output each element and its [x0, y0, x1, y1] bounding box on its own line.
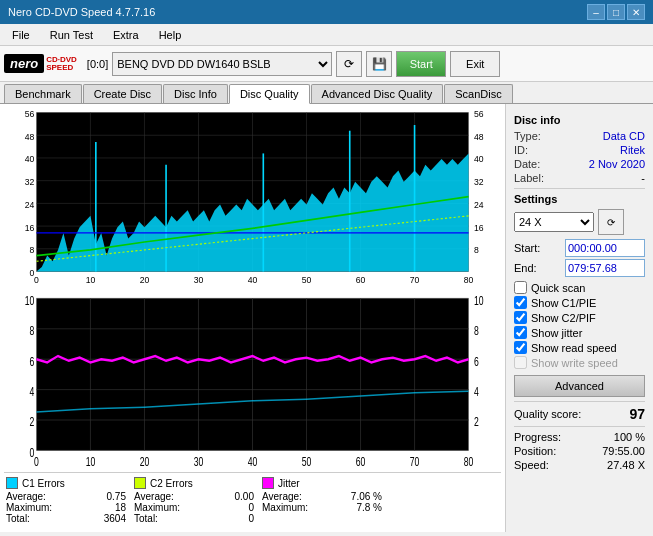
tab-benchmark[interactable]: Benchmark — [4, 84, 82, 103]
close-button[interactable]: ✕ — [627, 4, 645, 20]
svg-text:48: 48 — [25, 132, 35, 142]
disc-date-label: Date: — [514, 158, 540, 170]
top-chart-container: 56 48 40 32 24 16 8 0 56 48 40 32 24 16 … — [4, 108, 501, 284]
toolbar: nero CD·DVDSPEED [0:0] BENQ DVD DD DW164… — [0, 46, 653, 82]
title-bar: Nero CD-DVD Speed 4.7.7.16 – □ ✕ — [0, 0, 653, 24]
svg-text:8: 8 — [29, 245, 34, 255]
title-bar-controls: – □ ✕ — [587, 4, 645, 20]
show-jitter-label: Show jitter — [531, 327, 582, 339]
tab-advanced-disc-quality[interactable]: Advanced Disc Quality — [311, 84, 444, 103]
speed-select[interactable]: 24 X — [514, 212, 594, 232]
jitter-dot — [262, 477, 274, 489]
svg-text:48: 48 — [474, 132, 484, 142]
divider-1 — [514, 188, 645, 189]
show-write-speed-label: Show write speed — [531, 357, 618, 369]
quick-scan-row: Quick scan — [514, 281, 645, 294]
quick-scan-check[interactable] — [514, 281, 527, 294]
menu-extra[interactable]: Extra — [105, 27, 147, 43]
disc-id-label: ID: — [514, 144, 528, 156]
start-input[interactable] — [565, 239, 645, 257]
c2-avg-label: Average: — [134, 491, 174, 502]
show-c1pie-row: Show C1/PIE — [514, 296, 645, 309]
svg-text:32: 32 — [25, 177, 35, 187]
show-write-speed-check — [514, 356, 527, 369]
tab-create-disc[interactable]: Create Disc — [83, 84, 162, 103]
disc-label-label: Label: — [514, 172, 544, 184]
svg-text:8: 8 — [474, 323, 479, 337]
svg-text:24: 24 — [474, 200, 484, 210]
stat-group-c1: C1 Errors Average: 0.75 Maximum: 18 Tota… — [6, 477, 126, 524]
quality-score-row: Quality score: 97 — [514, 406, 645, 422]
end-input[interactable] — [565, 259, 645, 277]
jitter-label: Jitter — [278, 478, 300, 489]
show-c1pie-label: Show C1/PIE — [531, 297, 596, 309]
disc-label-value: - — [641, 172, 645, 184]
disc-type-row: Type: Data CD — [514, 130, 645, 142]
svg-text:10: 10 — [86, 455, 96, 468]
start-button[interactable]: Start — [396, 51, 446, 77]
svg-text:40: 40 — [474, 154, 484, 164]
show-c2pif-row: Show C2/PIF — [514, 311, 645, 324]
svg-text:56: 56 — [474, 109, 484, 119]
drive-select[interactable]: BENQ DVD DD DW1640 BSLB — [112, 52, 332, 76]
svg-text:50: 50 — [302, 275, 312, 284]
menu-run-test[interactable]: Run Test — [42, 27, 101, 43]
position-row: Position: 79:55.00 — [514, 445, 645, 457]
disc-id-row: ID: Ritek — [514, 144, 645, 156]
svg-text:50: 50 — [302, 455, 312, 468]
save-icon[interactable]: 💾 — [366, 51, 392, 77]
svg-text:8: 8 — [29, 323, 34, 337]
nero-sub: CD·DVDSPEED — [46, 56, 77, 72]
maximize-button[interactable]: □ — [607, 4, 625, 20]
disc-label-row: Label: - — [514, 172, 645, 184]
c1-total-value: 3604 — [104, 513, 126, 524]
progress-label: Progress: — [514, 431, 561, 443]
refresh-icon[interactable]: ⟳ — [336, 51, 362, 77]
title-bar-text: Nero CD-DVD Speed 4.7.7.16 — [8, 6, 155, 18]
minimize-button[interactable]: – — [587, 4, 605, 20]
quality-score-label: Quality score: — [514, 408, 581, 420]
svg-text:10: 10 — [25, 293, 35, 307]
svg-text:60: 60 — [356, 455, 366, 468]
tab-disc-quality[interactable]: Disc Quality — [229, 84, 310, 104]
menu-file[interactable]: File — [4, 27, 38, 43]
menu-help[interactable]: Help — [151, 27, 190, 43]
svg-text:6: 6 — [474, 354, 479, 368]
speed-label: Speed: — [514, 459, 549, 471]
show-read-speed-label: Show read speed — [531, 342, 617, 354]
c2-dot — [134, 477, 146, 489]
progress-row: Progress: 100 % — [514, 431, 645, 443]
tab-scandisc[interactable]: ScanDisc — [444, 84, 512, 103]
main-content: 56 48 40 32 24 16 8 0 56 48 40 32 24 16 … — [0, 104, 653, 532]
svg-text:70: 70 — [410, 455, 420, 468]
menu-bar: File Run Test Extra Help — [0, 24, 653, 46]
svg-text:40: 40 — [25, 154, 35, 164]
show-c2pif-check[interactable] — [514, 311, 527, 324]
settings-refresh-icon[interactable]: ⟳ — [598, 209, 624, 235]
jitter-max-value: 7.8 % — [356, 502, 382, 513]
c2-avg-value: 0.00 — [235, 491, 254, 502]
tab-disc-info[interactable]: Disc Info — [163, 84, 228, 103]
show-read-speed-check[interactable] — [514, 341, 527, 354]
show-jitter-row: Show jitter — [514, 326, 645, 339]
c1-label: C1 Errors — [22, 478, 65, 489]
speed-value: 27.48 X — [607, 459, 645, 471]
svg-text:40: 40 — [248, 275, 258, 284]
c2-total-value: 0 — [248, 513, 254, 524]
advanced-button[interactable]: Advanced — [514, 375, 645, 397]
svg-text:56: 56 — [25, 109, 35, 119]
drive-label: [0:0] — [87, 58, 108, 70]
divider-2 — [514, 401, 645, 402]
show-jitter-check[interactable] — [514, 326, 527, 339]
svg-text:20: 20 — [140, 275, 150, 284]
show-c1pie-check[interactable] — [514, 296, 527, 309]
svg-text:40: 40 — [248, 455, 258, 468]
svg-text:2: 2 — [29, 415, 34, 429]
bottom-chart-container: 10 8 6 4 2 0 10 8 6 4 2 0 10 20 30 40 50… — [4, 292, 501, 468]
svg-text:80: 80 — [464, 275, 474, 284]
top-chart: 56 48 40 32 24 16 8 0 56 48 40 32 24 16 … — [4, 108, 501, 284]
c1-total-label: Total: — [6, 513, 30, 524]
c2-label: C2 Errors — [150, 478, 193, 489]
svg-text:30: 30 — [194, 455, 204, 468]
exit-button[interactable]: Exit — [450, 51, 500, 77]
